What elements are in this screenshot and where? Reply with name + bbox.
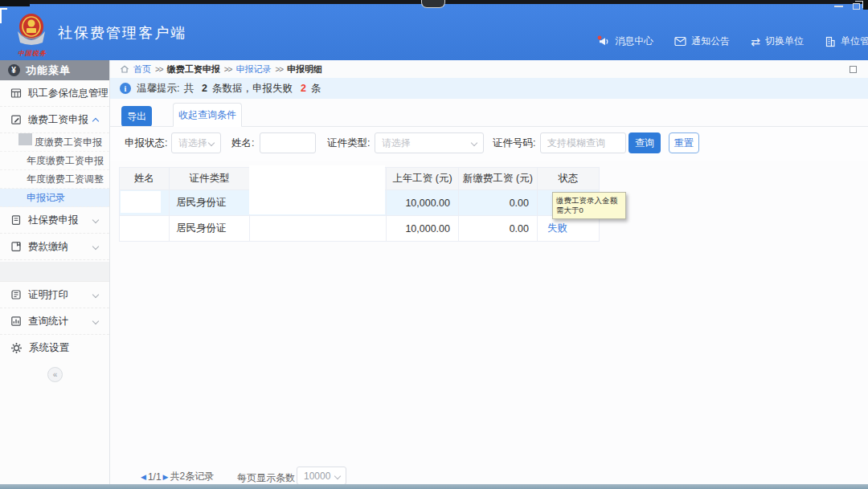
envelope-icon	[674, 36, 686, 47]
breadcrumb-separator: >>	[155, 65, 163, 74]
breadcrumb: 首页 >> 缴费工资申报 >> 申报记录 >> 申报明细	[110, 60, 868, 78]
reset-button[interactable]: 重置	[669, 132, 699, 153]
notice-text-2: 条数据，申报失败	[212, 82, 293, 96]
name-input[interactable]	[260, 132, 316, 153]
next-page-icon[interactable]: ▶	[163, 473, 169, 481]
notice-failed-count: 2	[301, 83, 306, 94]
pagination: ◀ 1/1 ▶ 共2条记录 每页显示条数 10000	[110, 467, 868, 486]
main-content: 首页 >> 缴费工资申报 >> 申报记录 >> 申报明细 i 温馨提示: 共 2…	[110, 60, 868, 484]
sidebar-subitem-label: 度缴费工资申报	[35, 136, 102, 149]
badge-dot	[598, 36, 602, 40]
sidebar-title: 功能菜单	[26, 63, 71, 78]
cert-no-filter-label: 证件号码:	[493, 137, 535, 150]
cell-status: 失败	[538, 216, 600, 242]
screen-artifact-bottom	[0, 484, 868, 489]
cell-cert-no	[250, 216, 387, 242]
breadcrumb-salary-declaration: 缴费工资申报	[167, 63, 220, 75]
notice-total-count: 2	[202, 83, 207, 94]
sidebar-item-certificate-printing[interactable]: 证明打印	[0, 282, 109, 308]
fail-status-link[interactable]: 失败	[547, 222, 567, 234]
sidebar-item-label: 缴费工资申报	[28, 113, 88, 127]
col-header-name: 姓名	[120, 168, 170, 190]
cert-type-select-value: 请选择	[382, 137, 411, 150]
status-select-value: 请选择	[178, 137, 207, 150]
chevron-down-icon	[92, 291, 99, 298]
window-controls	[834, 3, 860, 10]
page-size-value: 10000	[304, 471, 330, 482]
sidebar-subitem-declaration-records[interactable]: 申报记录	[0, 189, 109, 207]
breadcrumb-separator: >>	[224, 65, 232, 74]
sidebar-item-social-insurance-declaration[interactable]: 社保费申报	[0, 207, 109, 234]
filter-row: 申报状态: 请选择 姓名: 证件类型: 请选择 证件号码: 查询 重置	[110, 132, 868, 153]
gear-icon	[10, 342, 23, 354]
printer-icon	[10, 289, 22, 300]
sidebar-item-label: 社保费申报	[28, 214, 79, 227]
cert-type-select[interactable]: 请选择	[375, 132, 484, 153]
sidebar-subitem-annual-salary-adjustment[interactable]: 年度缴费工资调整	[0, 170, 109, 189]
export-button[interactable]: 导出	[121, 106, 152, 127]
prev-page-icon[interactable]: ◀	[141, 473, 146, 481]
screen-artifact-topright	[863, 0, 868, 10]
status-filter-label: 申报状态:	[125, 137, 167, 150]
cell-new-salary: 0.00	[459, 190, 538, 216]
sidebar-header: ¥ 功能菜单	[0, 60, 109, 80]
cell-new-salary: 0.00	[459, 216, 538, 242]
redaction-box	[121, 191, 161, 213]
tax-emblem-logo	[13, 10, 50, 47]
restore-icon[interactable]	[853, 3, 860, 10]
app-window: 中国税务 社保费管理客户端 消息中心 通知公告 ⇄ 切换单位	[0, 0, 868, 489]
screen-artifact-topleft	[0, 0, 30, 6]
message-center-button[interactable]: 消息中心	[597, 35, 653, 48]
redaction-band	[0, 262, 109, 282]
collapse-icon: «	[53, 370, 58, 379]
megaphone-icon	[597, 35, 610, 47]
notice-text-3: 条	[311, 82, 321, 96]
col-header-prev-salary: 上年工资 (元)	[387, 168, 459, 190]
sidebar-subitem-label: 申报记录	[27, 191, 65, 205]
sidebar-item-label: 系统设置	[29, 341, 69, 355]
notice-bulletin-label: 通知公告	[691, 35, 730, 48]
page-size-label: 每页显示条数	[237, 471, 295, 485]
book-icon	[10, 241, 22, 252]
notice-bulletin-button[interactable]: 通知公告	[674, 35, 730, 48]
page-indicator: 1/1	[148, 471, 162, 483]
sidebar-item-label: 查询统计	[28, 315, 68, 328]
sidebar-collapse-button[interactable]: «	[47, 367, 63, 382]
expand-icon[interactable]	[850, 66, 857, 73]
minimize-icon[interactable]	[834, 6, 843, 7]
switch-unit-button[interactable]: ⇄ 切换单位	[751, 35, 804, 48]
sidebar-item-label: 证明打印	[28, 288, 68, 302]
table-row[interactable]: 居民身份证 10,000.00 0.00 失败	[120, 216, 600, 242]
notice-label: 温馨提示:	[137, 82, 179, 96]
search-button[interactable]: 查询	[628, 132, 661, 153]
cert-no-input[interactable]	[540, 132, 626, 153]
sidebar-item-label: 职工参保信息管理	[28, 87, 108, 100]
app-title: 社保费管理客户端	[58, 23, 186, 43]
status-select[interactable]: 请选择	[171, 132, 221, 153]
sidebar-subitem-monthly-salary-declaration[interactable]: 度缴费工资申报	[0, 133, 109, 152]
chart-icon	[10, 316, 22, 327]
sidebar-item-query-statistics[interactable]: 查询统计	[0, 308, 109, 335]
chevron-down-icon	[92, 318, 99, 324]
breadcrumb-home[interactable]: 首页	[133, 63, 151, 75]
sidebar: ¥ 功能菜单 职工参保信息管理 缴费工资申报 度缴费工资申报 年度缴费工资申报	[0, 60, 110, 484]
sidebar-subitem-label: 年度缴费工资申报	[27, 154, 104, 168]
unit-management-button[interactable]: 单位管理	[825, 35, 868, 48]
cell-prev-salary: 10,000.00	[387, 190, 459, 216]
status-tooltip: 缴费工资录入金额需大于0	[552, 192, 626, 219]
logo-caption: 中国税务	[10, 49, 55, 58]
edit-icon	[10, 114, 22, 125]
page-size-select[interactable]: 10000	[297, 467, 346, 485]
breadcrumb-declaration-records[interactable]: 申报记录	[235, 63, 271, 75]
sidebar-item-fee-payment[interactable]: 费款缴纳	[0, 234, 109, 260]
building-icon	[825, 36, 836, 47]
unit-management-label: 单位管理	[841, 35, 868, 48]
sidebar-item-system-settings[interactable]: 系统设置	[0, 335, 109, 361]
sidebar-subitem-label: 年度缴费工资调整	[27, 173, 104, 186]
collapse-query-tab[interactable]: 收起查询条件	[173, 103, 242, 127]
sidebar-item-employee-insurance-info[interactable]: 职工参保信息管理	[0, 80, 109, 107]
switch-arrows-icon: ⇄	[751, 36, 760, 47]
sidebar-subitem-annual-salary-declaration[interactable]: 年度缴费工资申报	[0, 152, 109, 170]
grid-icon	[10, 88, 22, 99]
sidebar-item-salary-declaration[interactable]: 缴费工资申报	[0, 107, 109, 133]
